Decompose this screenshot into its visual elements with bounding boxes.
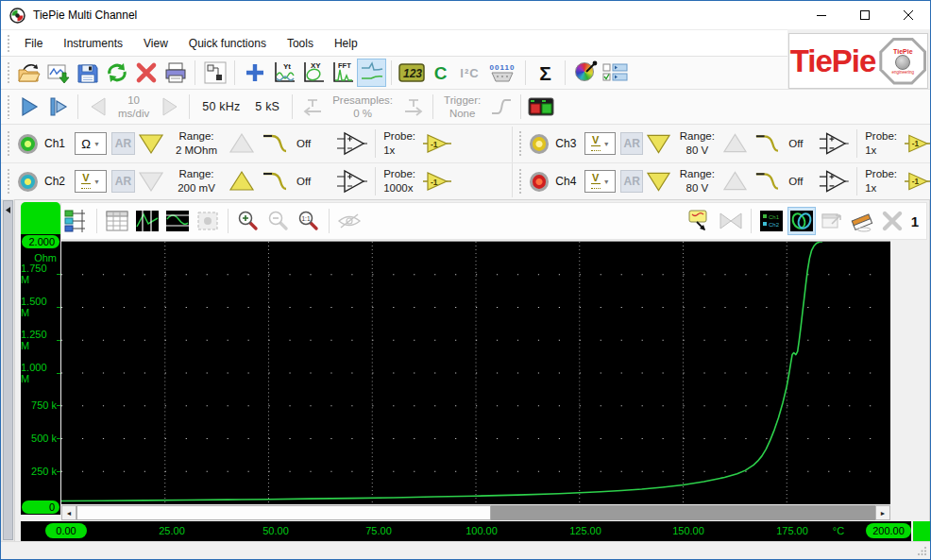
source-settings-button[interactable] — [62, 207, 91, 235]
maximize-button[interactable] — [843, 1, 887, 29]
ch3-coupling-select[interactable]: V▼ — [584, 132, 616, 155]
instrument-button[interactable] — [526, 93, 555, 121]
ch2-filter-icon[interactable] — [261, 170, 289, 193]
ch4-range-decrease-button[interactable] — [646, 170, 671, 193]
channel-visibility-button[interactable] — [600, 59, 632, 87]
close-graph-button[interactable] — [878, 207, 906, 235]
celsius-meter-button[interactable]: C — [426, 59, 455, 87]
ch3-led[interactable] — [530, 134, 549, 154]
ch2-autorange-button[interactable]: AR — [111, 170, 135, 193]
line-graph-button[interactable] — [357, 59, 386, 87]
timebase-increase-button[interactable] — [155, 93, 184, 121]
open-button[interactable] — [14, 59, 43, 87]
minimize-button[interactable] — [800, 1, 843, 29]
y-axis[interactable]: 2.000 M Ohm 1.750 M 1.500 M 1.250 M 1.00… — [21, 234, 60, 515]
ch1-filter-icon[interactable] — [261, 132, 289, 155]
xy-mode-button[interactable] — [787, 207, 816, 235]
ch4-autorange-button[interactable]: AR — [620, 170, 643, 193]
y-axis-max-pill[interactable]: 2.000 M — [22, 235, 59, 248]
oneshot-button[interactable] — [43, 93, 73, 121]
clear-graph-button[interactable] — [848, 207, 876, 235]
timebase-decrease-button[interactable] — [83, 93, 112, 121]
plot-area[interactable] — [61, 241, 890, 504]
presamples-increase-button[interactable] — [398, 93, 428, 121]
ch3-range-increase-button[interactable] — [722, 132, 748, 155]
menu-help[interactable]: Help — [324, 37, 368, 50]
envelope-button[interactable] — [717, 207, 745, 235]
x-axis-scrollbar[interactable] — [913, 521, 931, 541]
zoom-out-button[interactable] — [264, 207, 293, 235]
presamples-decrease-button[interactable] — [297, 93, 327, 121]
yt-graph-button[interactable]: Yt — [269, 59, 298, 87]
ch4-filter-icon[interactable] — [753, 170, 781, 193]
refresh-button[interactable] — [102, 59, 131, 87]
zoom-region-button[interactable] — [194, 207, 222, 235]
colors-button[interactable] — [570, 59, 600, 87]
serial-button[interactable]: 00110 — [484, 59, 520, 87]
ch1-range-decrease-button[interactable] — [138, 132, 164, 155]
ch2-probe-gain-icon[interactable]: -1 — [423, 171, 451, 192]
ch2-range-increase-button[interactable] — [229, 170, 255, 193]
menu-quick-functions[interactable]: Quick functions — [178, 37, 277, 50]
meter-button[interactable]: 123 — [397, 59, 426, 87]
data-table-button[interactable] — [103, 207, 131, 235]
ch4-led[interactable] — [530, 172, 549, 192]
export-graph-button[interactable] — [818, 207, 846, 235]
ch1-range-increase-button[interactable] — [229, 132, 255, 155]
scroll-right-button[interactable]: ► — [875, 505, 890, 520]
zoom-in-button[interactable] — [234, 207, 262, 235]
ch1-probe-gain-icon[interactable]: -1 — [423, 133, 451, 154]
x-axis-min-pill[interactable]: 0.00 — [45, 523, 87, 538]
ch4-coupling-select[interactable]: V▼ — [584, 170, 616, 193]
x-axis-max-pill[interactable]: 200.00 — [866, 523, 911, 538]
y-axis-min-pill[interactable]: 0 — [22, 501, 59, 514]
ch3-filter-icon[interactable] — [753, 132, 781, 155]
ch1-differential-icon[interactable] — [335, 131, 367, 156]
menu-file[interactable]: File — [14, 37, 53, 50]
ch3-range-decrease-button[interactable] — [646, 132, 671, 155]
panel-splitter[interactable] — [3, 200, 13, 540]
menu-instruments[interactable]: Instruments — [53, 37, 133, 50]
ch2-coupling-select[interactable]: V▼ — [75, 170, 107, 193]
xy-graph-button[interactable]: XY — [298, 59, 328, 87]
fft-graph-button[interactable]: FFT — [328, 59, 357, 87]
scroll-left-button[interactable]: ◄ — [61, 505, 76, 520]
ch3-differential-icon[interactable] — [818, 131, 849, 156]
menu-view[interactable]: View — [133, 37, 178, 50]
ch4-probe-gain-icon[interactable]: -1 — [905, 171, 931, 192]
print-button[interactable] — [161, 59, 190, 87]
horizontal-cursors-button[interactable] — [163, 207, 192, 235]
scroll-thumb[interactable] — [76, 505, 491, 520]
ch1-led[interactable] — [18, 134, 38, 154]
vertical-cursors-button[interactable] — [133, 207, 161, 235]
object-tree-button[interactable] — [200, 59, 229, 87]
delete-button[interactable] — [131, 59, 161, 87]
ch2-differential-icon[interactable] — [335, 169, 367, 194]
svg-text:1:1: 1:1 — [302, 215, 311, 222]
close-button[interactable] — [887, 1, 930, 29]
export-image-button[interactable] — [43, 59, 73, 87]
x-axis[interactable]: 0.00 25.00 50.00 75.00 100.00 125.00 150… — [21, 521, 911, 541]
ch3-autorange-button[interactable]: AR — [620, 132, 643, 155]
start-button[interactable] — [14, 93, 43, 121]
ch2-led[interactable] — [18, 172, 38, 192]
y-axis-scrollbar[interactable] — [21, 202, 60, 234]
add-graph-button[interactable] — [240, 59, 269, 87]
menu-tools[interactable]: Tools — [277, 37, 324, 50]
ch1-autorange-button[interactable]: AR — [111, 132, 135, 155]
resize-grip-icon[interactable] — [916, 545, 928, 557]
zoom-reset-button[interactable]: 1:1 — [295, 207, 323, 235]
ch3-probe-gain-icon[interactable]: -1 — [905, 133, 931, 154]
ch1-coupling-select[interactable]: Ω▼ — [75, 132, 107, 155]
ch2-range-decrease-button[interactable] — [138, 170, 164, 193]
ch4-range-increase-button[interactable] — [722, 170, 748, 193]
legend-button[interactable]: Ch1 Ch2 — [757, 207, 786, 235]
sum-button[interactable]: Σ — [531, 59, 560, 87]
plot-hscrollbar[interactable]: ◄ ► — [61, 505, 890, 520]
add-comment-button[interactable] — [686, 207, 715, 235]
save-button[interactable] — [73, 59, 102, 87]
autoscale-button[interactable] — [335, 207, 364, 235]
ch4-differential-icon[interactable] — [818, 169, 849, 194]
i2c-button[interactable]: I²C — [455, 59, 484, 87]
trigger-edge-button[interactable] — [486, 93, 516, 121]
